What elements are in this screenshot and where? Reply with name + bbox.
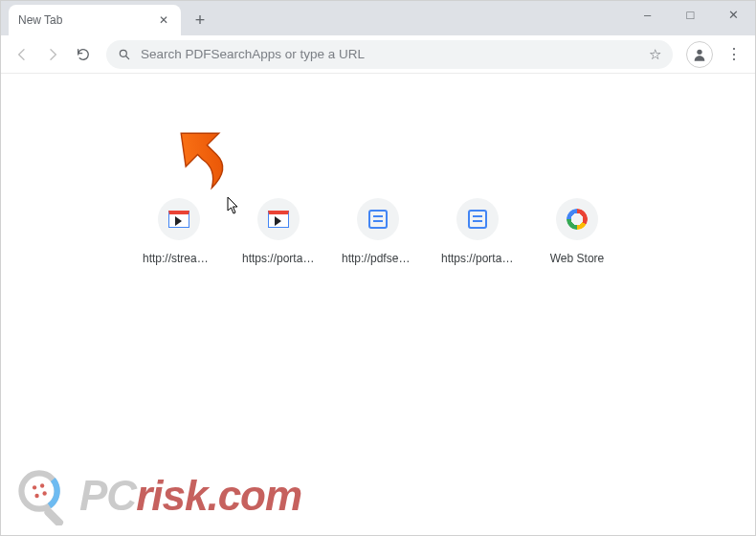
new-tab-button[interactable]: + [187,7,213,34]
arrow-right-icon [45,47,60,62]
toolbar: ☆ ⋮ [1,35,755,74]
magnifier-icon [14,466,74,525]
maximize-button[interactable]: □ [669,1,712,28]
browser-window: New Tab ✕ + – □ ✕ ☆ ⋮ [0,0,756,536]
watermark-logo: PCrisk.com [14,466,301,525]
svg-point-1 [697,49,701,54]
webstore-icon [567,209,588,230]
shortcut-tile[interactable]: http://pdfsear... [342,198,414,265]
arrow-left-icon [14,47,30,62]
shortcut-tile[interactable]: https://portal.... [242,198,315,265]
shortcut-tiles: http://streams... https://portal.... htt… [143,198,613,265]
menu-button[interactable]: ⋮ [721,41,747,68]
bookmark-star-button[interactable]: ☆ [649,46,661,63]
tile-label: http://streams... [143,252,215,265]
reload-icon [76,47,91,62]
tile-icon [456,198,499,240]
minimize-button[interactable]: – [626,1,669,28]
annotation-arrow-icon [167,123,233,190]
tile-icon [158,198,200,240]
forward-button[interactable] [39,41,66,68]
reload-button[interactable] [70,41,97,68]
tab-strip: New Tab ✕ + – □ ✕ [1,1,755,35]
search-icon [118,48,131,61]
tile-icon [357,198,399,240]
tab-close-button[interactable]: ✕ [156,12,171,28]
watermark-prefix: PC [79,472,136,519]
watermark-text: PCrisk.com [79,472,301,520]
window-controls: – □ ✕ [626,1,755,28]
tab-active[interactable]: New Tab ✕ [9,5,181,35]
tile-label: http://pdfsear... [342,252,414,265]
shortcut-tile[interactable]: http://streams... [143,198,215,265]
svg-point-0 [120,50,126,56]
back-button[interactable] [9,41,35,68]
tab-title: New Tab [18,13,62,27]
play-icon [268,211,289,228]
person-icon [692,47,707,62]
tile-label: Web Store [541,252,613,265]
profile-button[interactable] [686,41,713,68]
document-icon [368,210,388,229]
play-icon [168,211,189,228]
tile-label: https://portal.... [441,252,514,265]
svg-point-5 [33,485,36,489]
tile-icon [556,198,598,240]
svg-rect-4 [43,506,65,525]
svg-point-6 [40,483,44,487]
document-icon [468,210,487,229]
tile-label: https://portal.... [242,252,315,265]
address-bar[interactable]: ☆ [106,40,673,69]
omnibox-input[interactable] [141,47,639,61]
svg-point-8 [34,494,38,498]
new-tab-page: http://streams... https://portal.... htt… [1,74,755,535]
svg-point-7 [42,491,46,495]
watermark-suffix: risk.com [136,472,301,519]
shortcut-tile[interactable]: https://portal.... [441,198,514,265]
tile-icon [257,198,300,240]
close-window-button[interactable]: ✕ [712,1,755,28]
shortcut-tile[interactable]: Web Store [541,198,613,265]
